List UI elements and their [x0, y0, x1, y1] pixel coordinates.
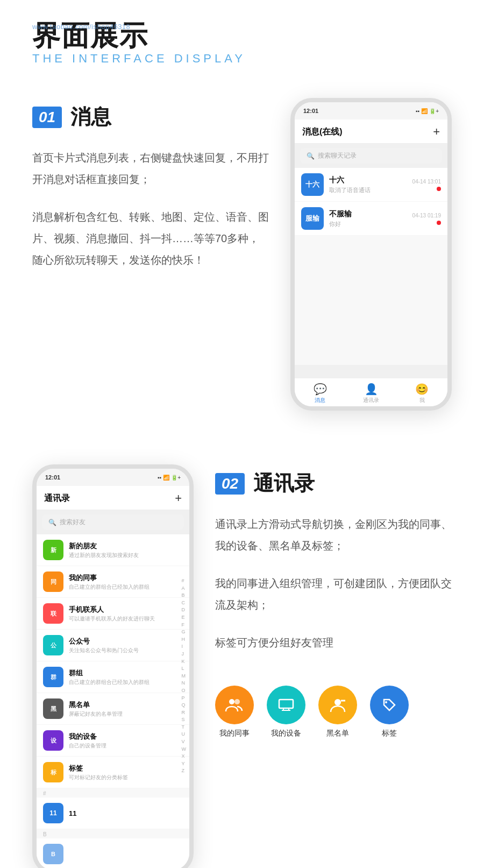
- msg-name-1: 不服输: [329, 209, 407, 219]
- icon-item-devices: 我的设备: [267, 686, 305, 738]
- icon-item-tags: 标签: [370, 686, 409, 738]
- contact-item-1[interactable]: 同 我的同事 自己建立的群组合已经加入的群组: [37, 566, 189, 598]
- contact-item-7[interactable]: 标 标签 可对标记好友的分类标签: [37, 757, 189, 788]
- contact-name-2: 手机联系人: [69, 605, 183, 615]
- section-01-heading: 消息: [70, 103, 111, 131]
- message-list: 十六 十六 取消了语音通话 04-14 13:01 服输 不: [295, 168, 447, 236]
- contact-avatar-4: 群: [43, 667, 63, 687]
- contact-item-num[interactable]: 11 11: [37, 798, 189, 829]
- alpha-index: # A B C D E F G H I J K L M N: [182, 577, 187, 774]
- phone-02-title: 通讯录: [44, 493, 70, 504]
- section-01-badge: 01: [32, 107, 62, 128]
- nav-me[interactable]: 😊 我: [396, 383, 447, 404]
- message-item-1[interactable]: 服输 不服输 你好 04-13 01:19: [295, 202, 447, 236]
- section-01: 01 消息 首页卡片式消息列表，右侧键盘快速回复，不用打开消息对话框直接回复； …: [0, 76, 484, 443]
- icon-blacklist: [318, 686, 357, 724]
- contact-item-6[interactable]: 设 我的设备 自己的设备管理: [37, 725, 189, 757]
- msg-meta-1: 04-13 01:19: [412, 213, 441, 225]
- contact-item-0[interactable]: 新 新的朋友 通过新的朋友发现加搜索好友: [37, 534, 189, 566]
- phone-01-plus[interactable]: +: [433, 125, 440, 139]
- contact-section-divider: #: [37, 788, 189, 798]
- contact-avatar-b: B: [43, 844, 63, 864]
- contact-info-0: 新的朋友 通过新的朋友发现加搜索好友: [69, 541, 183, 559]
- section-01-desc1: 首页卡片式消息列表，右侧键盘快速回复，不用打开消息对话框直接回复；: [32, 147, 269, 190]
- watermark: www.taobao.com/ishop46318: [32, 23, 130, 31]
- phone-02-statusbar: 12:01 ▪▪ 📶 🔋+: [37, 469, 189, 486]
- section-02-text: 02 通讯录 通讯录上方滑动式导航切换，金刚区为我的同事、我的设备、黑名单及标签…: [215, 464, 452, 744]
- section-02-desc3: 标签可方便分组好友管理: [215, 632, 452, 653]
- msg-meta-0: 04-14 13:01: [412, 179, 441, 191]
- contact-item-b[interactable]: B: [37, 838, 189, 868]
- phone-01-topbar: 消息(在线) +: [295, 119, 447, 144]
- contact-sub-7: 可对标记好友的分类标签: [69, 774, 183, 781]
- contact-name-num: 11: [69, 809, 183, 817]
- contact-info-4: 群组 自己建立的群组合已经加入的群组: [69, 668, 183, 686]
- contact-info-5: 黑名单 屏蔽记好友的名单管理: [69, 700, 183, 718]
- phone-01-bottom-nav: 💬 消息 👤 通讯录 😊 我: [295, 378, 447, 406]
- phone-02-search-placeholder: 搜索好友: [60, 518, 86, 527]
- nav-me-icon: 😊: [415, 383, 429, 396]
- phone-01-search-placeholder: 搜索聊天记录: [318, 151, 357, 160]
- contact-name-4: 群组: [69, 668, 183, 678]
- contact-sub-1: 自己建立的群组合已经加入的群组: [69, 583, 183, 591]
- contact-sub-0: 通过新的朋友发现加搜索好友: [69, 552, 183, 559]
- contact-name-0: 新的朋友: [69, 541, 183, 551]
- contact-avatar-3: 公: [43, 635, 63, 655]
- phone-mockup-02: 12:01 ▪▪ 📶 🔋+ 通讯录 + 🔍 搜索好友: [32, 464, 194, 868]
- svg-point-0: [229, 699, 234, 704]
- contact-section-divider-b: B: [37, 829, 189, 838]
- contact-sub-2: 可以邀请手机联系人的好友进行聊天: [69, 615, 183, 623]
- contact-avatar-5: 黑: [43, 698, 63, 719]
- phone-02-search[interactable]: 🔍 搜索好友: [42, 514, 184, 530]
- section-01-desc2: 消息解析包含红包、转账、地图、定位、语音、图片、视频、消息撤回、抖一抖……等等7…: [32, 206, 269, 271]
- icon-label-devices: 我的设备: [271, 729, 301, 738]
- phone-01-screen: 消息(在线) + 🔍 搜索聊天记录 十六 十六 取消了语音通话: [295, 119, 447, 378]
- svg-rect-2: [279, 700, 293, 708]
- phone-mockup-02-wrap: 12:01 ▪▪ 📶 🔋+ 通讯录 + 🔍 搜索好友: [32, 464, 194, 868]
- contact-sub-5: 屏蔽记好友的名单管理: [69, 710, 183, 718]
- contact-avatar-2: 联: [43, 603, 63, 624]
- nav-contacts[interactable]: 👤 通讯录: [346, 383, 397, 404]
- contact-item-2[interactable]: 联 手机联系人 可以邀请手机联系人的好友进行聊天: [37, 598, 189, 630]
- message-item-0[interactable]: 十六 十六 取消了语音通话 04-14 13:01: [295, 168, 447, 202]
- icon-colleagues: [215, 686, 254, 724]
- phone-01-search[interactable]: 🔍 搜索聊天记录: [300, 148, 442, 164]
- contact-info-num: 11: [69, 809, 183, 817]
- phone-01-battery: 🔋+: [429, 108, 439, 114]
- svg-point-1: [234, 699, 240, 704]
- msg-sub-1: 你好: [329, 220, 407, 228]
- msg-time-0: 04-14 13:01: [412, 179, 441, 185]
- phone-mockup-01-wrap: 12:01 ▪▪ 📶 🔋+ 消息(在线) + 🔍 搜索聊天记录: [290, 98, 452, 411]
- phone-01-signal: ▪▪: [416, 108, 419, 114]
- nav-messages[interactable]: 💬 消息: [295, 383, 346, 404]
- svg-point-5: [385, 701, 387, 703]
- contact-info-3: 公众号 关注知名公众号和热门公众号: [69, 637, 183, 654]
- contact-item-5[interactable]: 黑 黑名单 屏蔽记好友的名单管理: [37, 693, 189, 725]
- phone-02-plus[interactable]: +: [175, 491, 182, 505]
- icon-devices: [267, 686, 305, 724]
- msg-avatar-0: 十六: [301, 173, 324, 196]
- section-01-number-row: 01 消息: [32, 103, 269, 131]
- msg-avatar-1: 服输: [301, 207, 324, 230]
- phone-02-time: 12:01: [45, 474, 60, 481]
- msg-sub-0: 取消了语音通话: [329, 186, 407, 194]
- contact-item-4[interactable]: 群 群组 自己建立的群组合已经加入的群组: [37, 661, 189, 693]
- contact-avatar-0: 新: [43, 540, 63, 560]
- search-icon: 🔍: [307, 152, 315, 160]
- contact-name-5: 黑名单: [69, 700, 183, 710]
- search-icon-02: 🔍: [48, 519, 56, 526]
- section-02: 12:01 ▪▪ 📶 🔋+ 通讯录 + 🔍 搜索好友: [0, 443, 484, 868]
- page-title-en: THE INTERFACE DISPLAY: [32, 52, 452, 66]
- msg-dot-0: [437, 187, 441, 191]
- phone-02-topbar: 通讯录 +: [37, 486, 189, 510]
- contact-item-3[interactable]: 公 公众号 关注知名公众号和热门公众号: [37, 630, 189, 661]
- msg-name-0: 十六: [329, 175, 407, 185]
- contact-name-3: 公众号: [69, 637, 183, 646]
- contact-sub-3: 关注知名公众号和热门公众号: [69, 647, 183, 654]
- contact-list: 新 新的朋友 通过新的朋友发现加搜索好友 同 我的同事 自己建立的群组合已经加入…: [37, 534, 189, 868]
- svg-point-3: [334, 699, 341, 705]
- contact-sub-6: 自己的设备管理: [69, 742, 183, 750]
- icon-label-blacklist: 黑名单: [326, 729, 349, 738]
- contact-name-6: 我的设备: [69, 732, 183, 742]
- section-02-heading: 通讯录: [253, 470, 315, 497]
